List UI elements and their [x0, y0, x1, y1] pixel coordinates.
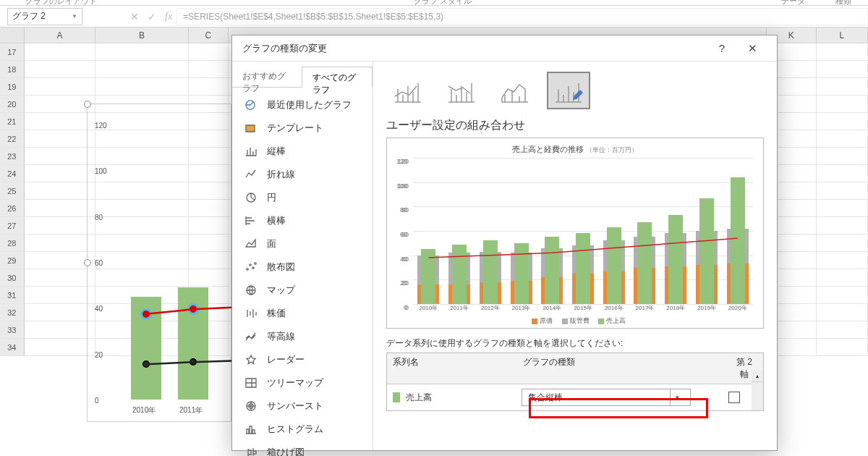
row-header[interactable]: 24: [0, 165, 25, 182]
chart-category-item[interactable]: マップ: [232, 279, 373, 302]
category-icon: [244, 261, 258, 273]
category-label: 等高線: [267, 330, 295, 343]
category-icon: [244, 238, 258, 250]
formula-accept-icon[interactable]: ✓: [148, 11, 156, 22]
chart-category-item[interactable]: 横棒: [232, 209, 373, 232]
category-icon: [244, 192, 258, 203]
dialog-close-button[interactable]: ✕: [738, 38, 767, 59]
series-row-sales: 売上高 集合縦棒 ▾: [387, 384, 763, 410]
row-header[interactable]: 21: [0, 113, 25, 130]
chart-category-item[interactable]: 箱ひげ図: [232, 441, 373, 456]
name-box[interactable]: グラフ 2 ▼: [7, 8, 82, 25]
chart-category-item[interactable]: ツリーマップ: [232, 371, 373, 394]
formula-cancel-icon[interactable]: ✕: [130, 11, 139, 22]
row-header[interactable]: 19: [0, 78, 25, 96]
chart-category-item[interactable]: 面: [232, 232, 373, 256]
category-label: 株価: [267, 307, 286, 320]
category-icon: [244, 215, 258, 227]
category-icon: [244, 308, 258, 319]
combo-preset-custom[interactable]: [547, 72, 590, 109]
section-title: ユーザー設定の組み合わせ: [386, 118, 764, 133]
series-header-type: グラフの種類: [517, 353, 726, 384]
series-scrollbar[interactable]: ▴: [752, 371, 763, 410]
row-header[interactable]: 26: [0, 200, 25, 217]
category-label: 横棒: [267, 214, 286, 227]
chart-category-item[interactable]: 最近使用したグラフ: [232, 93, 373, 117]
chart-category-item[interactable]: 縦棒: [232, 140, 373, 163]
svg-point-3: [252, 267, 254, 269]
row-header[interactable]: 29: [0, 252, 25, 269]
dialog-help-button[interactable]: ?: [707, 38, 736, 59]
select-all-corner[interactable]: [0, 28, 25, 43]
category-label: ヒストグラム: [267, 423, 323, 436]
formula-text: =SERIES(Sheet1!$E$4,Sheet1!$B$5:$B$15,Sh…: [183, 12, 443, 22]
row-header[interactable]: 30: [0, 269, 25, 287]
svg-point-4: [255, 263, 256, 264]
tab-recommended[interactable]: おすすめグラフ: [232, 66, 302, 87]
chart-category-item[interactable]: テンプレート: [232, 117, 373, 140]
col-header-l[interactable]: L: [817, 28, 868, 43]
chart-category-item[interactable]: 折れ線: [232, 163, 373, 186]
embedded-chart[interactable]: 0204060801001202010年2011年: [87, 104, 231, 422]
category-label: 最近使用したグラフ: [267, 98, 352, 111]
category-label: 縦棒: [267, 145, 286, 158]
formula-bar[interactable]: =SERIES(Sheet1!$E$4,Sheet1!$B$5:$B$15,Sh…: [176, 8, 868, 25]
series-name: 売上高: [406, 392, 522, 404]
category-label: 折れ線: [267, 168, 295, 181]
row-header[interactable]: 28: [0, 235, 25, 252]
combo-preset-2[interactable]: [440, 72, 483, 109]
combo-preset-1[interactable]: [386, 72, 430, 109]
category-icon: [244, 169, 258, 180]
series-color-swatch: [393, 392, 400, 402]
col-header-b[interactable]: B: [95, 28, 188, 43]
series-chart-type-select[interactable]: 集合縦棒 ▾: [522, 389, 691, 406]
chart-category-item[interactable]: 円: [232, 186, 373, 209]
row-header[interactable]: 25: [0, 182, 25, 200]
chart-category-item[interactable]: 散布図: [232, 256, 373, 279]
row-header[interactable]: 23: [0, 148, 25, 165]
category-icon: [244, 400, 258, 412]
category-label: 円: [267, 191, 276, 204]
series-table: 系列名 グラフの種類 第 2 軸 売上高 集合縦棒 ▾ ▴: [386, 352, 764, 411]
ribbon-group-type: 種類: [835, 0, 851, 7]
category-icon: [244, 354, 258, 366]
fx-icon[interactable]: fx: [165, 11, 172, 22]
row-header[interactable]: 22: [0, 130, 25, 148]
chart-category-item[interactable]: 等高線: [232, 325, 373, 348]
row-header[interactable]: 32: [0, 304, 25, 321]
category-icon: [244, 122, 258, 134]
secondary-axis-checkbox[interactable]: [728, 392, 740, 403]
ribbon-group-data: データ: [781, 0, 805, 7]
row-header[interactable]: 31: [0, 287, 25, 304]
svg-point-1: [247, 269, 248, 270]
combo-preset-3[interactable]: [493, 72, 537, 109]
category-icon: [244, 377, 258, 389]
scroll-up-icon[interactable]: ▴: [752, 371, 763, 382]
chart-category-item[interactable]: レーダー: [232, 348, 373, 371]
tab-all-charts[interactable]: すべてのグラフ: [302, 67, 373, 88]
name-box-dropdown-icon[interactable]: ▼: [72, 13, 77, 20]
preview-title: 売上高と経費の推移: [512, 145, 584, 153]
row-header[interactable]: 17: [0, 43, 25, 61]
row-header[interactable]: 27: [0, 217, 25, 235]
category-icon: [244, 284, 258, 296]
name-box-value: グラフ 2: [12, 10, 46, 22]
row-header[interactable]: 20: [0, 96, 25, 113]
chart-category-item[interactable]: ヒストグラム: [232, 418, 373, 441]
category-icon: [244, 423, 258, 435]
chevron-down-icon: ▾: [670, 389, 684, 405]
category-label: ツリーマップ: [267, 376, 323, 389]
row-header[interactable]: 34: [0, 339, 25, 356]
category-icon: [244, 145, 258, 157]
chart-category-item[interactable]: 株価: [232, 302, 373, 325]
col-header-c[interactable]: C: [189, 28, 229, 43]
category-icon: [244, 331, 258, 342]
row-header[interactable]: 18: [0, 61, 25, 78]
category-label: マップ: [267, 284, 295, 297]
row-header[interactable]: 33: [0, 321, 25, 339]
chart-category-item[interactable]: サンバースト: [232, 394, 373, 418]
dialog-title: グラフの種類の変更: [242, 42, 327, 55]
ribbon-group-style: グラフ スタイル: [414, 0, 472, 7]
col-header-a[interactable]: A: [25, 28, 96, 43]
category-label: レーダー: [267, 353, 305, 366]
